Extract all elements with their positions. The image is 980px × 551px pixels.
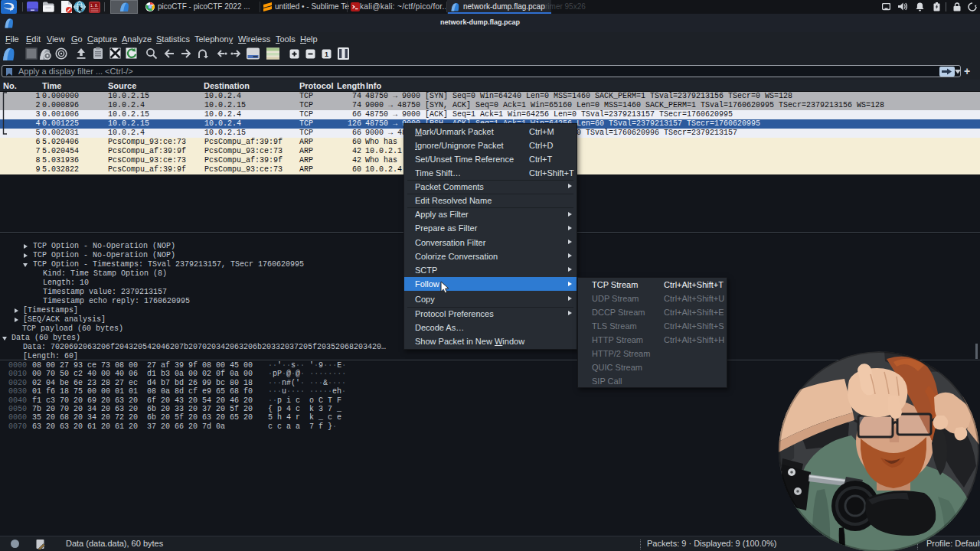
svg-text:8.: 8.: [95, 2, 98, 7]
svg-text:1: 1: [325, 51, 328, 58]
svg-text:1.: 1.: [90, 2, 93, 7]
